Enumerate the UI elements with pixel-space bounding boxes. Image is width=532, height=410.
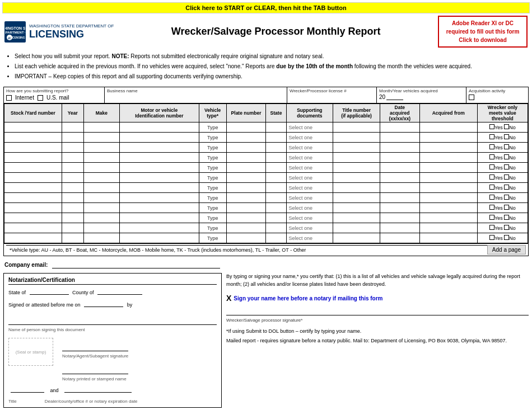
date-input[interactable]: [382, 195, 418, 201]
yes-checkbox[interactable]: [489, 175, 494, 180]
make-input[interactable]: [86, 185, 118, 191]
make-input[interactable]: [86, 205, 118, 211]
title-input[interactable]: [335, 185, 378, 191]
state-input[interactable]: [268, 155, 284, 161]
yes-checkbox[interactable]: [489, 235, 494, 240]
stock-input[interactable]: [6, 215, 60, 221]
acquired-input[interactable]: [422, 205, 475, 211]
state-input[interactable]: [30, 288, 69, 295]
stock-input[interactable]: [6, 225, 60, 231]
make-input[interactable]: [86, 215, 118, 221]
vin-input[interactable]: [122, 195, 197, 201]
usmail-checkbox[interactable]: [38, 95, 43, 101]
vin-input[interactable]: [122, 185, 197, 191]
date-input[interactable]: [382, 125, 418, 130]
make-input[interactable]: [86, 165, 118, 171]
acquired-input[interactable]: [422, 165, 475, 171]
person-sig-line[interactable]: [8, 315, 217, 325]
acquired-input[interactable]: [422, 145, 475, 150]
date-input[interactable]: [382, 185, 418, 191]
plate-input[interactable]: [228, 135, 264, 140]
make-input[interactable]: [86, 135, 118, 140]
plate-input[interactable]: [228, 215, 264, 221]
acquired-input[interactable]: [422, 235, 475, 241]
make-input[interactable]: [86, 235, 118, 241]
plate-input[interactable]: [228, 175, 264, 181]
date-input[interactable]: [382, 165, 418, 171]
year-input[interactable]: [64, 155, 82, 161]
year-input[interactable]: [64, 215, 82, 221]
stock-input[interactable]: [6, 205, 60, 211]
vin-input[interactable]: [122, 235, 197, 241]
state-input[interactable]: [268, 215, 284, 221]
processor-sig-line[interactable]: [226, 305, 529, 315]
state-input[interactable]: [268, 135, 284, 140]
date-input[interactable]: [382, 135, 418, 140]
stock-input[interactable]: [6, 165, 60, 171]
no-checkbox[interactable]: [504, 144, 509, 149]
acquired-input[interactable]: [422, 185, 475, 191]
title-input[interactable]: [335, 205, 378, 211]
title-input[interactable]: [335, 175, 378, 181]
state-input[interactable]: [268, 185, 284, 191]
stock-input[interactable]: [6, 195, 60, 201]
date-input[interactable]: [382, 145, 418, 150]
stock-input[interactable]: [6, 175, 60, 181]
no-checkbox[interactable]: [504, 235, 509, 240]
plate-input[interactable]: [228, 235, 264, 241]
state-input[interactable]: [268, 175, 284, 181]
date-signed-input[interactable]: [84, 300, 123, 307]
vin-input[interactable]: [122, 125, 197, 130]
stock-input[interactable]: [6, 145, 60, 150]
vin-input[interactable]: [122, 215, 197, 221]
stock-input[interactable]: [6, 235, 60, 241]
make-input[interactable]: [86, 175, 118, 181]
plate-input[interactable]: [228, 205, 264, 211]
title-input[interactable]: [335, 195, 378, 201]
yes-checkbox[interactable]: [489, 124, 494, 129]
plate-input[interactable]: [228, 195, 264, 201]
plate-input[interactable]: [228, 165, 264, 171]
no-checkbox[interactable]: [504, 215, 509, 220]
plate-input[interactable]: [228, 155, 264, 161]
yes-checkbox[interactable]: [489, 225, 494, 230]
year-input[interactable]: [64, 175, 82, 181]
no-checkbox[interactable]: [504, 225, 509, 230]
year-input[interactable]: [64, 235, 82, 241]
yes-checkbox[interactable]: [489, 205, 494, 210]
plate-input[interactable]: [228, 225, 264, 231]
vin-input[interactable]: [122, 175, 197, 181]
acquired-input[interactable]: [422, 195, 475, 201]
yes-checkbox[interactable]: [489, 164, 494, 169]
year-input[interactable]: [64, 225, 82, 231]
title-input[interactable]: [11, 386, 44, 393]
acquired-input[interactable]: [422, 155, 475, 161]
plate-input[interactable]: [228, 185, 264, 191]
title-input[interactable]: [335, 225, 378, 231]
yes-checkbox[interactable]: [489, 134, 494, 139]
acquired-input[interactable]: [422, 135, 475, 140]
make-input[interactable]: [86, 225, 118, 231]
make-input[interactable]: [86, 145, 118, 150]
vin-input[interactable]: [122, 165, 197, 171]
date-input[interactable]: [382, 205, 418, 211]
vin-input[interactable]: [122, 205, 197, 211]
yes-checkbox[interactable]: [489, 185, 494, 190]
no-checkbox[interactable]: [504, 175, 509, 180]
yes-checkbox[interactable]: [489, 215, 494, 220]
dealer-input[interactable]: [64, 386, 132, 393]
year-input[interactable]: [64, 135, 82, 140]
year-input[interactable]: [64, 125, 82, 130]
state-input[interactable]: [268, 125, 284, 130]
acquisition-checkbox[interactable]: [469, 95, 474, 100]
title-input[interactable]: [335, 125, 378, 130]
vin-input[interactable]: [122, 145, 197, 150]
yes-checkbox[interactable]: [489, 154, 494, 159]
date-input[interactable]: [382, 175, 418, 181]
stock-input[interactable]: [6, 185, 60, 191]
year-input[interactable]: [64, 145, 82, 150]
year-input[interactable]: [64, 185, 82, 191]
vin-input[interactable]: [122, 135, 197, 140]
title-input[interactable]: [335, 165, 378, 171]
stock-input[interactable]: [6, 135, 60, 140]
